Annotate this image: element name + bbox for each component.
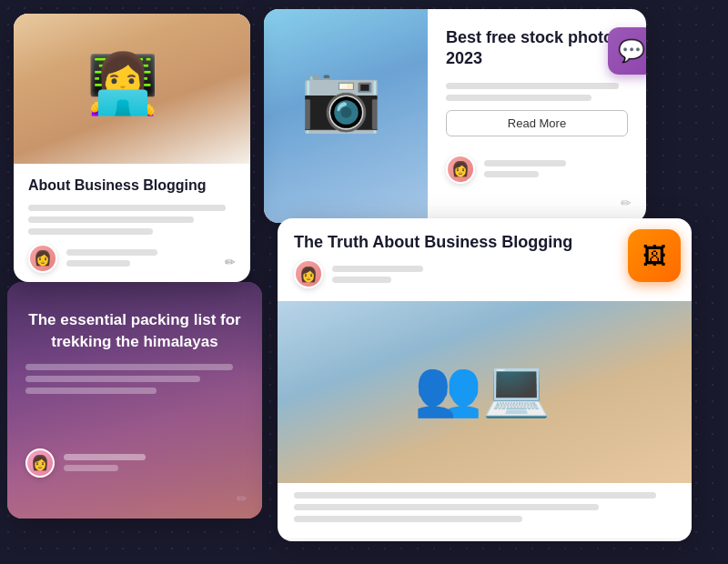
image-icon: 🖼 xyxy=(642,242,666,270)
avatar: 👩 xyxy=(25,448,55,478)
card4-image xyxy=(278,301,692,483)
text-line xyxy=(66,249,157,256)
card4-text-lines xyxy=(278,483,692,535)
text-line xyxy=(332,277,391,283)
card3-body: The essential packing list for trekking … xyxy=(7,282,262,492)
avatar-lines xyxy=(484,160,566,177)
card4-footer: 👍 React! 💬 Comment ↗ Share xyxy=(278,539,692,541)
card2-avatar-row: 👩 xyxy=(446,155,628,184)
edit-icon[interactable]: ✏ xyxy=(621,196,632,210)
card4-lines xyxy=(294,492,675,522)
card4-title: The Truth About Business Blogging xyxy=(294,233,675,252)
avatar-lines xyxy=(66,249,157,267)
text-line xyxy=(28,205,226,211)
card-stock-photos: Best free stock photos 2023 Read More 👩 … xyxy=(264,9,646,223)
card2-image xyxy=(264,9,428,223)
avatar: 👩 xyxy=(446,155,475,184)
text-line xyxy=(25,364,233,370)
text-line xyxy=(332,266,423,272)
image-icon-badge[interactable]: 🖼 xyxy=(628,229,681,282)
text-line xyxy=(294,492,656,499)
text-line xyxy=(484,160,566,166)
card-about-blogging: About Business Blogging 👩 ✏ xyxy=(14,14,250,282)
card2-lines-top xyxy=(446,83,628,101)
chat-icon-badge[interactable]: 💬 xyxy=(608,27,646,75)
card1-lines xyxy=(28,205,236,235)
text-line xyxy=(66,260,130,267)
avatar-lines xyxy=(64,454,146,471)
text-line xyxy=(64,454,146,460)
card-truth-blogging: The Truth About Business Blogging 👩 🖼 xyxy=(278,218,692,541)
edit-icon[interactable]: ✏ xyxy=(237,491,248,506)
chat-icon: 💬 xyxy=(618,38,645,64)
scene: About Business Blogging 👩 ✏ Best free st… xyxy=(0,0,728,564)
text-line xyxy=(484,171,539,177)
text-line xyxy=(294,504,599,510)
card3-lines xyxy=(25,364,244,394)
card2-title: Best free stock photos 2023 xyxy=(446,27,628,70)
text-line xyxy=(294,516,522,522)
text-line xyxy=(25,388,157,394)
card1-body: About Business Blogging 👩 xyxy=(14,164,250,282)
text-line xyxy=(446,83,619,89)
card-packing-list: The essential packing list for trekking … xyxy=(7,282,262,519)
avatar: 👩 xyxy=(28,244,57,273)
avatar: 👩 xyxy=(294,259,323,288)
avatar-lines xyxy=(332,266,423,283)
text-line xyxy=(28,217,194,223)
card1-title: About Business Blogging xyxy=(28,176,236,196)
card3-title: The essential packing list for trekking … xyxy=(25,309,244,353)
read-more-button[interactable]: Read More xyxy=(446,110,628,136)
card1-image xyxy=(14,14,250,164)
text-line xyxy=(446,95,592,101)
text-line xyxy=(64,465,118,471)
card3-avatar-row: 👩 xyxy=(25,448,244,478)
text-line xyxy=(28,228,153,235)
text-line xyxy=(25,376,200,382)
card1-avatar-row: 👩 xyxy=(28,244,236,273)
edit-icon[interactable]: ✏ xyxy=(225,255,236,269)
card4-avatar-row: 👩 xyxy=(294,259,675,288)
